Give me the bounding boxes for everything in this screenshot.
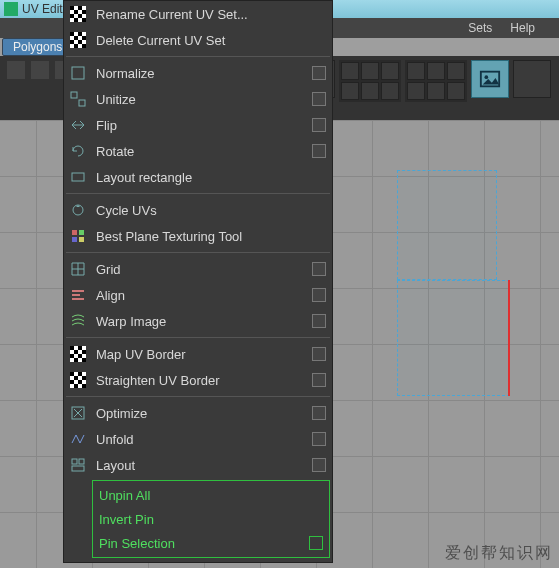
checker-icon (68, 4, 88, 24)
flip-icon (68, 115, 88, 135)
menu-layout-rectangle[interactable]: Layout rectangle (64, 164, 332, 190)
svg-rect-2 (72, 67, 84, 79)
svg-rect-14 (72, 466, 84, 471)
menu-unpin-all[interactable]: Unpin All (95, 483, 327, 507)
align-btn[interactable] (341, 62, 359, 80)
menu-sets[interactable]: Sets (468, 21, 492, 35)
option-box[interactable] (312, 92, 326, 106)
menu-separator (66, 252, 330, 253)
align-btn[interactable] (341, 82, 359, 100)
align-cluster (339, 60, 401, 102)
menu-warp-image[interactable]: Warp Image (64, 308, 332, 334)
dist-btn[interactable] (407, 62, 425, 80)
rotate-icon (68, 141, 88, 161)
align-icon (68, 285, 88, 305)
menu-best-plane-texturing[interactable]: Best Plane Texturing Tool (64, 223, 332, 249)
warp-icon (68, 311, 88, 331)
dist-btn[interactable] (427, 82, 445, 100)
pin-menu-group: Unpin All Invert Pin Pin Selection (92, 480, 330, 558)
menu-help[interactable]: Help (510, 21, 535, 35)
unitize-icon (68, 89, 88, 109)
svg-rect-10 (79, 237, 84, 242)
toolbar-right (295, 56, 553, 106)
svg-point-1 (485, 75, 489, 79)
menu-optimize[interactable]: Optimize (64, 400, 332, 426)
svg-rect-13 (79, 459, 84, 464)
menu-map-uv-border[interactable]: Map UV Border (64, 341, 332, 367)
menu-unitize[interactable]: Unitize (64, 86, 332, 112)
normalize-icon (68, 63, 88, 83)
align-btn[interactable] (361, 82, 379, 100)
option-box[interactable] (312, 347, 326, 361)
uv-context-menu: Rename Current UV Set... Delete Current … (63, 0, 333, 563)
cycle-icon (68, 200, 88, 220)
option-box[interactable] (312, 118, 326, 132)
dist-btn[interactable] (447, 82, 465, 100)
svg-rect-8 (79, 230, 84, 235)
menu-rotate[interactable]: Rotate (64, 138, 332, 164)
option-box[interactable] (309, 536, 323, 550)
app-icon (4, 2, 18, 16)
grid-icon (68, 259, 88, 279)
tool-button[interactable] (30, 60, 50, 80)
image-settings-button[interactable] (513, 60, 551, 98)
menu-unfold[interactable]: Unfold (64, 426, 332, 452)
menu-separator (66, 337, 330, 338)
image-icon (479, 68, 501, 90)
menu-rename-uv-set[interactable]: Rename Current UV Set... (64, 1, 332, 27)
optimize-icon (68, 403, 88, 423)
dist-btn[interactable] (427, 62, 445, 80)
best-plane-icon (68, 226, 88, 246)
watermark-text: 爱创帮知识网 (445, 543, 553, 564)
option-box[interactable] (312, 373, 326, 387)
svg-rect-3 (71, 92, 77, 98)
align-btn[interactable] (361, 62, 379, 80)
align-btn[interactable] (381, 62, 399, 80)
straighten-icon (68, 370, 88, 390)
distribute-cluster (405, 60, 467, 102)
menu-pin-selection[interactable]: Pin Selection (95, 531, 327, 555)
checker-icon (68, 30, 88, 50)
layout-rect-icon (68, 167, 88, 187)
menu-grid[interactable]: Grid (64, 256, 332, 282)
dist-btn[interactable] (407, 82, 425, 100)
option-box[interactable] (312, 406, 326, 420)
option-box[interactable] (312, 432, 326, 446)
menu-separator (66, 56, 330, 57)
svg-rect-4 (79, 100, 85, 106)
map-border-icon (68, 344, 88, 364)
menu-normalize[interactable]: Normalize (64, 60, 332, 86)
svg-rect-9 (72, 237, 77, 242)
menu-align[interactable]: Align (64, 282, 332, 308)
option-box[interactable] (312, 314, 326, 328)
uv-shell[interactable] (397, 280, 510, 396)
tool-button[interactable] (6, 60, 26, 80)
menu-cycle-uvs[interactable]: Cycle UVs (64, 197, 332, 223)
svg-rect-7 (72, 230, 77, 235)
menu-separator (66, 193, 330, 194)
option-box[interactable] (312, 262, 326, 276)
menu-flip[interactable]: Flip (64, 112, 332, 138)
option-box[interactable] (312, 288, 326, 302)
unfold-icon (68, 429, 88, 449)
layout-icon (68, 455, 88, 475)
menu-straighten-uv-border[interactable]: Straighten UV Border (64, 367, 332, 393)
menu-invert-pin[interactable]: Invert Pin (95, 507, 327, 531)
uv-shell[interactable] (397, 170, 497, 280)
image-display-button[interactable] (471, 60, 509, 98)
option-box[interactable] (312, 66, 326, 80)
option-box[interactable] (312, 144, 326, 158)
align-btn[interactable] (381, 82, 399, 100)
svg-rect-12 (72, 459, 77, 464)
option-box[interactable] (312, 458, 326, 472)
menu-delete-uv-set[interactable]: Delete Current UV Set (64, 27, 332, 53)
dist-btn[interactable] (447, 62, 465, 80)
selected-edge[interactable] (508, 280, 510, 396)
svg-rect-5 (72, 173, 84, 181)
menu-separator (66, 396, 330, 397)
menu-layout[interactable]: Layout (64, 452, 332, 478)
